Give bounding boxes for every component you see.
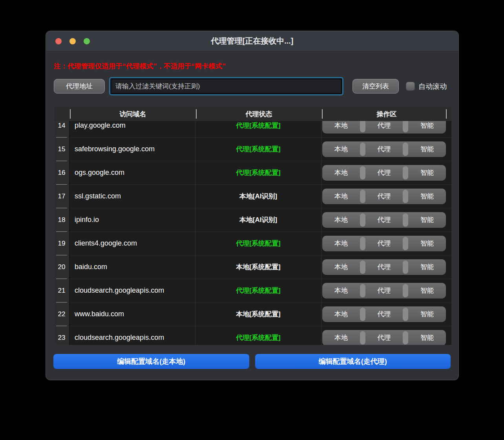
proxy-address-button[interactable]: 代理地址	[54, 79, 105, 94]
domain-cell: ogs.google.com	[70, 161, 195, 185]
proxy-status-cell: 本地[AI识别]	[195, 185, 321, 208]
proxy-status-cell: 代理[系统配置]	[195, 121, 321, 138]
filter-input-focus-ring	[109, 77, 343, 95]
segment-divider-icon	[403, 331, 408, 345]
segment-divider-icon	[360, 213, 365, 227]
proxy-status-cell: 代理[系统配置]	[195, 161, 321, 185]
table-scroll-viewport[interactable]: 14 play.google.com 代理[系统配置] 本地 代理 智能 15 …	[54, 121, 451, 345]
mode-local-button[interactable]: 本地	[322, 165, 360, 181]
mode-proxy-button[interactable]: 代理	[365, 189, 403, 204]
operations-cell: 本地 代理 智能	[321, 302, 451, 326]
segment-divider-icon	[360, 121, 365, 132]
mode-smart-button[interactable]: 智能	[408, 236, 446, 251]
autoscroll-checkbox[interactable]	[406, 82, 415, 91]
operations-cell: 本地 代理 智能	[321, 255, 451, 279]
mode-smart-button[interactable]: 智能	[408, 165, 446, 181]
row-number: 14	[54, 121, 70, 138]
mode-smart-button[interactable]: 智能	[408, 259, 446, 275]
segment-divider-icon	[360, 237, 365, 250]
proxy-status-cell: 本地[系统配置]	[195, 302, 321, 326]
table-row: 23 cloudsearch.googleapis.com 代理[系统配置] 本…	[54, 326, 451, 345]
mode-smart-button[interactable]: 智能	[408, 283, 446, 299]
segment-divider-icon	[403, 213, 408, 227]
mode-segmented-control: 本地 代理 智能	[322, 259, 446, 275]
mode-warning-note: 注：代理管理仅适用于“代理模式”，不适用于“网卡模式”	[54, 62, 451, 71]
segment-divider-icon	[403, 260, 408, 274]
segment-divider-icon	[403, 166, 408, 180]
filter-keyword-input[interactable]	[111, 79, 341, 94]
mode-local-button[interactable]: 本地	[322, 141, 360, 157]
segment-divider-icon	[403, 308, 408, 321]
edit-proxy-domains-button[interactable]: 编辑配置域名(走代理)	[255, 354, 451, 369]
mode-local-button[interactable]: 本地	[322, 121, 360, 134]
mode-proxy-button[interactable]: 代理	[365, 330, 403, 345]
proxy-status-cell: 代理[系统配置]	[195, 279, 321, 302]
table-row: 14 play.google.com 代理[系统配置] 本地 代理 智能	[54, 121, 451, 138]
segment-divider-icon	[360, 166, 365, 180]
mode-local-button[interactable]: 本地	[322, 212, 360, 228]
row-number: 15	[54, 138, 70, 161]
mode-segmented-control: 本地 代理 智能	[322, 212, 446, 228]
operations-cell: 本地 代理 智能	[321, 138, 451, 161]
mode-local-button[interactable]: 本地	[322, 306, 360, 322]
mode-local-button[interactable]: 本地	[322, 330, 360, 345]
edit-local-domains-button[interactable]: 编辑配置域名(走本地)	[53, 354, 249, 369]
title-bar[interactable]: 代理管理[正在接收中...]	[46, 31, 458, 51]
minimize-button[interactable]	[69, 38, 76, 44]
close-button[interactable]	[55, 38, 62, 44]
table-row: 16 ogs.google.com 代理[系统配置] 本地 代理 智能	[54, 161, 451, 185]
proxy-status-cell: 本地[系统配置]	[195, 255, 321, 279]
segment-divider-icon	[360, 190, 365, 203]
window-title: 代理管理[正在接收中...]	[46, 36, 458, 46]
segment-divider-icon	[403, 237, 408, 250]
mode-smart-button[interactable]: 智能	[408, 141, 446, 157]
operations-cell: 本地 代理 智能	[321, 232, 451, 255]
mode-segmented-control: 本地 代理 智能	[322, 121, 446, 134]
row-number: 18	[54, 208, 70, 232]
segment-divider-icon	[360, 308, 365, 321]
mode-smart-button[interactable]: 智能	[408, 306, 446, 322]
header-row-number	[54, 107, 70, 121]
header-divider	[70, 109, 71, 119]
mode-proxy-button[interactable]: 代理	[365, 165, 403, 181]
header-divider	[322, 109, 323, 119]
header-divider	[446, 109, 447, 119]
mode-segmented-control: 本地 代理 智能	[322, 189, 446, 204]
zoom-button[interactable]	[84, 38, 90, 44]
mode-local-button[interactable]: 本地	[322, 259, 360, 275]
mode-proxy-button[interactable]: 代理	[365, 259, 403, 275]
mode-local-button[interactable]: 本地	[322, 189, 360, 204]
row-number: 21	[54, 279, 70, 302]
mode-proxy-button[interactable]: 代理	[365, 236, 403, 251]
mode-smart-button[interactable]: 智能	[408, 189, 446, 204]
table-rows: 14 play.google.com 代理[系统配置] 本地 代理 智能 15 …	[54, 121, 451, 345]
mode-local-button[interactable]: 本地	[322, 283, 360, 299]
table-row: 15 safebrowsing.google.com 代理[系统配置] 本地 代…	[54, 138, 451, 161]
mode-proxy-button[interactable]: 代理	[365, 121, 403, 134]
table-row: 21 cloudsearch.googleapis.com 代理[系统配置] 本…	[54, 279, 451, 302]
operations-cell: 本地 代理 智能	[321, 161, 451, 185]
mode-local-button[interactable]: 本地	[322, 236, 360, 251]
segment-divider-icon	[403, 284, 408, 297]
mode-smart-button[interactable]: 智能	[408, 121, 446, 134]
row-number: 16	[54, 161, 70, 185]
row-number: 20	[54, 255, 70, 279]
proxy-status-cell: 本地[AI识别]	[195, 208, 321, 232]
mode-smart-button[interactable]: 智能	[408, 212, 446, 228]
row-number: 17	[54, 185, 70, 208]
row-number: 23	[54, 326, 70, 345]
segment-divider-icon	[360, 331, 365, 345]
mode-segmented-control: 本地 代理 智能	[322, 165, 446, 181]
mode-smart-button[interactable]: 智能	[408, 330, 446, 345]
mode-proxy-button[interactable]: 代理	[365, 283, 403, 299]
autoscroll-label: 自动滚动	[418, 82, 447, 91]
domain-cell: ipinfo.io	[70, 208, 195, 232]
mode-proxy-button[interactable]: 代理	[365, 212, 403, 228]
mode-proxy-button[interactable]: 代理	[365, 141, 403, 157]
header-operations: 操作区	[322, 107, 451, 121]
clear-list-button[interactable]: 清空列表	[352, 79, 399, 94]
table-row: 17 ssl.gstatic.com 本地[AI识别] 本地 代理 智能	[54, 185, 451, 208]
mode-proxy-button[interactable]: 代理	[365, 306, 403, 322]
header-domain: 访问域名	[70, 107, 196, 121]
domain-cell: cloudsearch.googleapis.com	[70, 279, 195, 302]
